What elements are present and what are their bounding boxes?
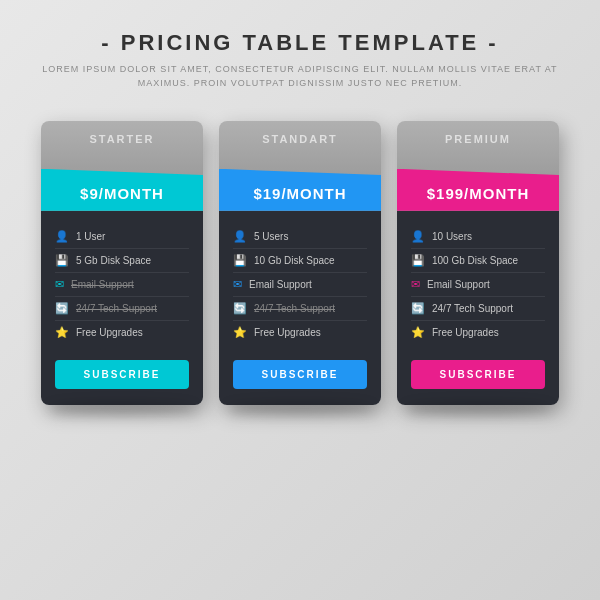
feature-icon: 🔄 <box>55 302 69 315</box>
feature-label: 100 Gb Disk Space <box>432 255 518 266</box>
feature-icon: 👤 <box>411 230 425 243</box>
feature-icon: 💾 <box>233 254 247 267</box>
feature-icon: 💾 <box>411 254 425 267</box>
feature-item: 👤5 Users <box>233 225 367 249</box>
subscribe-button-premium[interactable]: SUBSCRIBE <box>411 360 545 389</box>
card-price-premium: $199/MONTH <box>427 177 530 202</box>
feature-icon: ✉ <box>55 278 64 291</box>
card-title-premium: PREMIUM <box>407 133 549 145</box>
feature-item: 🔄24/7 Tech Support <box>55 297 189 321</box>
feature-icon: ⭐ <box>55 326 69 339</box>
feature-list-standart: 👤5 Users💾10 Gb Disk Space✉Email Support🔄… <box>233 225 367 344</box>
feature-icon: ✉ <box>233 278 242 291</box>
feature-label: 5 Gb Disk Space <box>76 255 151 266</box>
feature-item: ⭐Free Upgrades <box>233 321 367 344</box>
page-title: - PRICING TABLE TEMPLATE - <box>20 30 580 56</box>
feature-label: 5 Users <box>254 231 288 242</box>
page-subtitle: LOREM IPSUM DOLOR SIT AMET, CONSECTETUR … <box>20 62 580 91</box>
feature-label: Free Upgrades <box>76 327 143 338</box>
feature-icon: 💾 <box>55 254 69 267</box>
feature-item: 💾100 Gb Disk Space <box>411 249 545 273</box>
subscribe-button-starter[interactable]: SUBSCRIBE <box>55 360 189 389</box>
pricing-card-standart: STANDART$19/MONTH👤5 Users💾10 Gb Disk Spa… <box>219 121 381 405</box>
feature-label: 10 Users <box>432 231 472 242</box>
feature-item: ⭐Free Upgrades <box>411 321 545 344</box>
feature-label: Free Upgrades <box>432 327 499 338</box>
feature-item: ✉Email Support <box>233 273 367 297</box>
feature-icon: ⭐ <box>233 326 247 339</box>
feature-icon: ⭐ <box>411 326 425 339</box>
pricing-card-premium: PREMIUM$199/MONTH👤10 Users💾100 Gb Disk S… <box>397 121 559 405</box>
pricing-card-starter: STARTER$9/MONTH👤1 User💾5 Gb Disk Space✉E… <box>41 121 203 405</box>
feature-icon: 🔄 <box>411 302 425 315</box>
feature-item: 💾10 Gb Disk Space <box>233 249 367 273</box>
feature-list-premium: 👤10 Users💾100 Gb Disk Space✉Email Suppor… <box>411 225 545 344</box>
feature-icon: ✉ <box>411 278 420 291</box>
feature-label: 1 User <box>76 231 105 242</box>
feature-label: Free Upgrades <box>254 327 321 338</box>
card-price-standart: $19/MONTH <box>253 177 346 202</box>
feature-item: ✉Email Support <box>411 273 545 297</box>
feature-item: 👤10 Users <box>411 225 545 249</box>
feature-label: Email Support <box>427 279 490 290</box>
feature-icon: 👤 <box>55 230 69 243</box>
feature-item: 👤1 User <box>55 225 189 249</box>
card-title-starter: STARTER <box>51 133 193 145</box>
page-header: - PRICING TABLE TEMPLATE - LOREM IPSUM D… <box>0 0 600 111</box>
card-title-standart: STANDART <box>229 133 371 145</box>
feature-item: 🔄24/7 Tech Support <box>233 297 367 321</box>
feature-label: 24/7 Tech Support <box>254 303 335 314</box>
card-price-starter: $9/MONTH <box>80 177 164 202</box>
feature-label: Email Support <box>249 279 312 290</box>
feature-label: 10 Gb Disk Space <box>254 255 335 266</box>
feature-label: Email Support <box>71 279 134 290</box>
feature-list-starter: 👤1 User💾5 Gb Disk Space✉Email Support🔄24… <box>55 225 189 344</box>
subscribe-button-standart[interactable]: SUBSCRIBE <box>233 360 367 389</box>
feature-label: 24/7 Tech Support <box>432 303 513 314</box>
feature-item: ⭐Free Upgrades <box>55 321 189 344</box>
feature-item: ✉Email Support <box>55 273 189 297</box>
feature-icon: 🔄 <box>233 302 247 315</box>
feature-label: 24/7 Tech Support <box>76 303 157 314</box>
feature-icon: 👤 <box>233 230 247 243</box>
pricing-cards: STARTER$9/MONTH👤1 User💾5 Gb Disk Space✉E… <box>21 121 579 405</box>
feature-item: 💾5 Gb Disk Space <box>55 249 189 273</box>
feature-item: 🔄24/7 Tech Support <box>411 297 545 321</box>
